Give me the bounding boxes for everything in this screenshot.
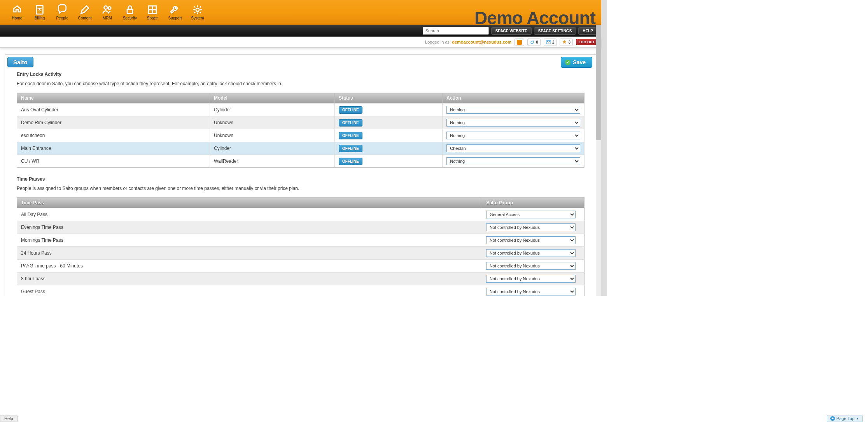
nav-label: Support — [168, 16, 182, 20]
nav-label: Security — [123, 16, 137, 20]
lock-model: Cylinder — [210, 104, 335, 116]
nav-security[interactable]: Security — [119, 1, 141, 24]
pass-name: Evenings Time Pass — [17, 221, 482, 234]
star-icon — [562, 40, 567, 45]
group-select[interactable]: General AccessNot controlled by Nexudus — [486, 288, 576, 295]
logout-button[interactable]: LOG OUT — [576, 39, 597, 45]
group-select[interactable]: General AccessNot controlled by Nexudus — [486, 223, 576, 231]
group-select[interactable]: General AccessNot controlled by Nexudus — [486, 249, 576, 257]
pass-name: Guest Pass — [17, 285, 482, 296]
action-select[interactable]: NothingCheckIn — [446, 119, 580, 127]
action-select[interactable]: NothingCheckIn — [446, 144, 580, 152]
lock-name: Demo Rim Cylinder — [17, 116, 210, 129]
pass-name: 24 Hours Pass — [17, 247, 482, 260]
bell-icon — [517, 40, 522, 45]
pass-row: Mornings Time PassGeneral AccessNot cont… — [17, 234, 584, 247]
nav-label: Billing — [35, 16, 45, 20]
refresh-icon — [530, 40, 535, 45]
group-select[interactable]: General AccessNot controlled by Nexudus — [486, 236, 576, 244]
lock-model: WallReader — [210, 155, 335, 168]
tab-salto[interactable]: Salto — [7, 57, 33, 67]
logged-in-label: Logged in as: demoaccount@nexudus.com — [425, 40, 511, 44]
billing-icon: $ — [34, 4, 45, 15]
pass-row: PAYG Time pass - 60 MinutesGeneral Acces… — [17, 260, 584, 273]
pass-name: Mornings Time Pass — [17, 234, 482, 247]
pass-row: 24 Hours PassGeneral AccessNot controlle… — [17, 247, 584, 260]
nav-system[interactable]: System — [186, 1, 209, 24]
pen-icon — [79, 4, 90, 15]
lock-icon — [124, 4, 135, 15]
svg-point-6 — [196, 8, 199, 11]
lock-model: Unknown — [210, 116, 335, 129]
group-select[interactable]: General AccessNot controlled by Nexudus — [486, 211, 576, 218]
lock-name: Main Entrance — [17, 142, 210, 155]
home-icon — [12, 4, 23, 15]
nav-label: Content — [78, 16, 91, 20]
nav-label: Space — [147, 16, 158, 20]
group-select[interactable]: General AccessNot controlled by Nexudus — [486, 275, 576, 283]
lock-row: Aus Oval CylinderCylinderOFFLINENothingC… — [17, 104, 584, 116]
pass-name: All Day Pass — [17, 208, 482, 221]
svg-point-3 — [108, 7, 111, 9]
nav-support[interactable]: Support — [164, 1, 186, 24]
save-button[interactable]: ✓Save — [561, 57, 592, 68]
nav-home[interactable]: Home — [6, 1, 28, 24]
status-badge: OFFLINE — [339, 158, 362, 165]
lock-row: Demo Rim CylinderUnknownOFFLINENothingCh… — [17, 116, 584, 129]
action-select[interactable]: NothingCheckIn — [446, 106, 580, 114]
pass-name: PAYG Time pass - 60 Minutes — [17, 260, 482, 273]
top-nav: Home$BillingPeopleContentMRMSecuritySpac… — [0, 0, 601, 25]
passes-table: Time Pass Salto Group All Day PassGenera… — [17, 197, 584, 296]
wrench-icon — [170, 4, 180, 15]
scrollbar-track[interactable] — [596, 0, 601, 296]
col-model: Model — [210, 93, 335, 104]
lock-row: Main EntranceCylinderOFFLINENothingCheck… — [17, 142, 584, 155]
pass-row: 8 hour passGeneral AccessNot controlled … — [17, 273, 584, 285]
nav-space[interactable]: Space — [141, 1, 164, 24]
nav-label: People — [56, 16, 68, 20]
passes-section-title: Time Passes — [17, 176, 584, 182]
passes-section-desc: People is assigned to Salto groups when … — [17, 186, 584, 191]
lock-name: Aus Oval Cylinder — [17, 104, 210, 116]
lock-name: CU / WR — [17, 155, 210, 168]
col-name: Name — [17, 93, 210, 104]
nav-label: System — [191, 16, 204, 20]
locks-section-desc: For each door in Salto, you can choose w… — [17, 81, 584, 86]
locks-table: Name Model Status Action Aus Oval Cylind… — [17, 93, 584, 168]
badge-favorites[interactable]: 3 — [560, 39, 573, 46]
nav-people[interactable]: People — [51, 1, 74, 24]
col-saltogroup: Salto Group — [482, 198, 584, 208]
envelope-icon — [546, 40, 551, 45]
status-badge: OFFLINE — [339, 106, 362, 114]
action-select[interactable]: NothingCheckIn — [446, 132, 580, 139]
group-select[interactable]: General AccessNot controlled by Nexudus — [486, 262, 576, 270]
badge-refresh[interactable]: 0 — [527, 39, 541, 46]
pass-row: Guest PassGeneral AccessNot controlled b… — [17, 285, 584, 296]
nav-label: MRM — [103, 16, 112, 20]
col-timepass: Time Pass — [17, 198, 482, 208]
pass-row: Evenings Time PassGeneral AccessNot cont… — [17, 221, 584, 234]
lock-model: Cylinder — [210, 142, 335, 155]
badge-notifications[interactable] — [514, 39, 524, 46]
pass-name: 8 hour pass — [17, 273, 482, 285]
badge-messages[interactable]: 2 — [544, 39, 557, 46]
brand-title: Demo Account — [474, 7, 595, 28]
nav-label: Home — [12, 16, 23, 20]
nav-content[interactable]: Content — [74, 1, 96, 24]
pass-row: All Day PassGeneral AccessNot controlled… — [17, 208, 584, 221]
grid-icon — [147, 4, 158, 15]
user-email-link[interactable]: demoaccount@nexudus.com — [452, 40, 511, 44]
lock-model: Unknown — [210, 129, 335, 142]
status-badge: OFFLINE — [339, 119, 362, 127]
check-icon: ✓ — [565, 60, 570, 65]
lock-row: CU / WRWallReaderOFFLINENothingCheckIn — [17, 155, 584, 168]
content-card: ✓Save Salto Entry Locks Activity For eac… — [5, 54, 597, 296]
action-select[interactable]: NothingCheckIn — [446, 157, 580, 165]
nav-billing[interactable]: $Billing — [28, 1, 51, 24]
nav-mrm[interactable]: MRM — [96, 1, 119, 24]
lock-row: escutcheonUnknownOFFLINENothingCheckIn — [17, 129, 584, 142]
locks-section-title: Entry Locks Activity — [17, 72, 584, 77]
chat-icon — [57, 4, 68, 15]
status-badge: OFFLINE — [339, 132, 362, 139]
col-action: Action — [443, 93, 584, 104]
